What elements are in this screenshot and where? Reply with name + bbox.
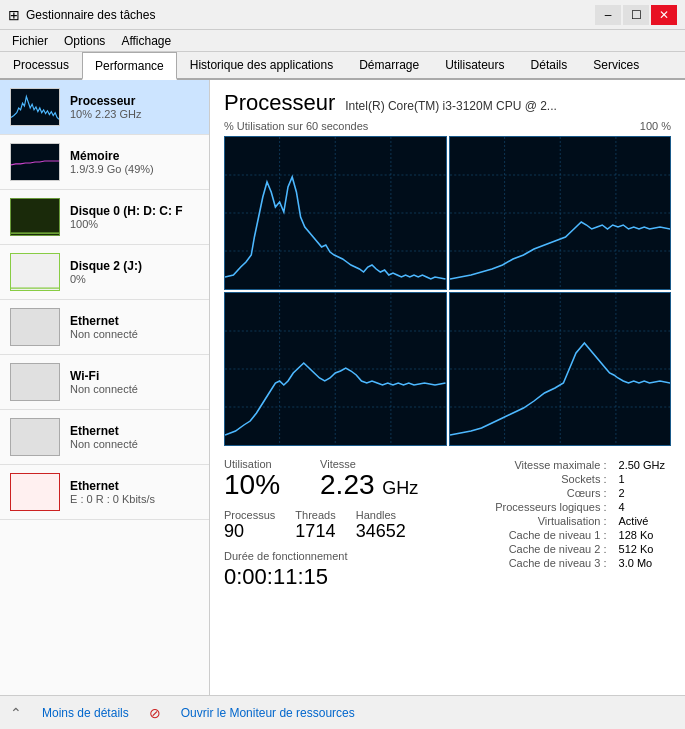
sidebar-item-disk2[interactable]: Disque 2 (J:) 0%: [0, 245, 209, 300]
stat-processus: Processus 90: [224, 509, 275, 542]
eth1-sidebar-text: Ethernet Non connecté: [70, 314, 138, 340]
stat-vitesse-max-label: Vitesse maximale :: [489, 458, 612, 472]
title-bar-left: ⊞ Gestionnaire des tâches: [8, 7, 155, 23]
disk2-subtitle: 0%: [70, 273, 142, 285]
threads-label: Threads: [295, 509, 335, 521]
utilisation-value: 10%: [224, 470, 280, 501]
tab-details[interactable]: Détails: [518, 52, 581, 78]
title-bar: ⊞ Gestionnaire des tâches – ☐ ✕: [0, 0, 685, 30]
charts-label-right: 100 %: [640, 120, 671, 132]
table-row: Virtualisation : Activé: [489, 514, 671, 528]
disk0-title: Disque 0 (H: D: C: F: [70, 204, 183, 218]
stat-sockets-value: 1: [613, 472, 671, 486]
table-row: Vitesse maximale : 2.50 GHz: [489, 458, 671, 472]
table-row: Processeurs logiques : 4: [489, 500, 671, 514]
stat-cache3-value: 3.0 Mo: [613, 556, 671, 570]
sidebar-item-eth1[interactable]: Ethernet Non connecté: [0, 300, 209, 355]
disk0-sidebar-text: Disque 0 (H: D: C: F 100%: [70, 204, 183, 230]
stat-cache3-label: Cache de niveau 3 :: [489, 556, 612, 570]
minimize-button[interactable]: –: [595, 5, 621, 25]
stat-virtual-label: Virtualisation :: [489, 514, 612, 528]
tab-demarrage[interactable]: Démarrage: [346, 52, 432, 78]
wifi-mini-chart: [10, 363, 60, 401]
vitesse-number: 2.23: [320, 469, 375, 500]
eth3-mini-chart: [10, 473, 60, 511]
footer: ⌃ Moins de détails ⊘ Ouvrir le Moniteur …: [0, 695, 685, 729]
stat-cache1-value: 128 Ko: [613, 528, 671, 542]
detail-subtitle: Intel(R) Core(TM) i3-3120M CPU @ 2...: [345, 99, 557, 113]
sidebar-item-cpu[interactable]: Processeur 10% 2.23 GHz: [0, 80, 209, 135]
tab-historique[interactable]: Historique des applications: [177, 52, 346, 78]
stat-proc-log-label: Processeurs logiques :: [489, 500, 612, 514]
tab-performance[interactable]: Performance: [82, 52, 177, 80]
main-content: Processeur 10% 2.23 GHz Mémoire 1.9/3.9 …: [0, 80, 685, 695]
stat-cache1-label: Cache de niveau 1 :: [489, 528, 612, 542]
detail-title: Processeur: [224, 90, 335, 116]
menu-fichier[interactable]: Fichier: [4, 32, 56, 50]
cpu-mini-chart: [10, 88, 60, 126]
charts-label-left: % Utilisation sur 60 secondes: [224, 120, 368, 132]
cpu-subtitle: 10% 2.23 GHz: [70, 108, 142, 120]
right-stats-table: Vitesse maximale : 2.50 GHz Sockets : 1 …: [489, 458, 671, 570]
eth2-mini-chart: [10, 418, 60, 456]
sidebar-item-wifi[interactable]: Wi-Fi Non connecté: [0, 355, 209, 410]
uptime-value: 0:00:11:15: [224, 564, 479, 590]
eth1-subtitle: Non connecté: [70, 328, 138, 340]
wifi-sidebar-text: Wi-Fi Non connecté: [70, 369, 138, 395]
stats-left: Utilisation 10% Vitesse 2.23 GHz Process…: [224, 458, 479, 590]
eth1-title: Ethernet: [70, 314, 138, 328]
stats-row-1: Utilisation 10% Vitesse 2.23 GHz: [224, 458, 479, 501]
sidebar-item-disk0[interactable]: Disque 0 (H: D: C: F 100%: [0, 190, 209, 245]
tab-utilisateurs[interactable]: Utilisateurs: [432, 52, 517, 78]
stat-coeurs-value: 2: [613, 486, 671, 500]
tab-services[interactable]: Services: [580, 52, 652, 78]
menu-options[interactable]: Options: [56, 32, 113, 50]
processus-value: 90: [224, 521, 275, 542]
app-icon: ⊞: [8, 7, 20, 23]
vitesse-unit: GHz: [382, 478, 418, 498]
mem-mini-chart: [10, 143, 60, 181]
sidebar-item-memory[interactable]: Mémoire 1.9/3.9 Go (49%): [0, 135, 209, 190]
sidebar-item-eth3[interactable]: Ethernet E : 0 R : 0 Kbits/s: [0, 465, 209, 520]
wifi-title: Wi-Fi: [70, 369, 138, 383]
tab-bar: Processus Performance Historique des app…: [0, 52, 685, 80]
stat-cache2-value: 512 Ko: [613, 542, 671, 556]
stats-right: Vitesse maximale : 2.50 GHz Sockets : 1 …: [489, 458, 671, 590]
stat-virtual-value: Activé: [613, 514, 671, 528]
disk0-subtitle: 100%: [70, 218, 183, 230]
chart-top-right: [449, 136, 672, 290]
mem-title: Mémoire: [70, 149, 154, 163]
mem-sidebar-text: Mémoire 1.9/3.9 Go (49%): [70, 149, 154, 175]
app-title: Gestionnaire des tâches: [26, 8, 155, 22]
stats-section: Utilisation 10% Vitesse 2.23 GHz Process…: [224, 458, 671, 590]
detail-panel: Processeur Intel(R) Core(TM) i3-3120M CP…: [210, 80, 685, 695]
table-row: Sockets : 1: [489, 472, 671, 486]
charts-grid: [224, 136, 671, 446]
menu-affichage[interactable]: Affichage: [113, 32, 179, 50]
disk2-mini-chart: [10, 253, 60, 291]
less-details-icon: ⌃: [10, 705, 22, 721]
uptime-label: Durée de fonctionnement: [224, 550, 479, 562]
vitesse-value: 2.23 GHz: [320, 470, 418, 501]
close-button[interactable]: ✕: [651, 5, 677, 25]
eth2-title: Ethernet: [70, 424, 138, 438]
tab-processus[interactable]: Processus: [0, 52, 82, 78]
sidebar-item-eth2[interactable]: Ethernet Non connecté: [0, 410, 209, 465]
less-details-link[interactable]: Moins de détails: [42, 706, 129, 720]
chart-bottom-left: [224, 292, 447, 446]
cpu-title: Processeur: [70, 94, 142, 108]
stat-vitesse: Vitesse 2.23 GHz: [320, 458, 418, 501]
sidebar: Processeur 10% 2.23 GHz Mémoire 1.9/3.9 …: [0, 80, 210, 695]
disk2-title: Disque 2 (J:): [70, 259, 142, 273]
maximize-button[interactable]: ☐: [623, 5, 649, 25]
resource-monitor-link[interactable]: Ouvrir le Moniteur de ressources: [181, 706, 355, 720]
cpu-sidebar-text: Processeur 10% 2.23 GHz: [70, 94, 142, 120]
uptime-section: Durée de fonctionnement 0:00:11:15: [224, 550, 479, 590]
eth3-subtitle: E : 0 R : 0 Kbits/s: [70, 493, 155, 505]
stat-threads: Threads 1714: [295, 509, 335, 542]
stat-sockets-label: Sockets :: [489, 472, 612, 486]
table-row: Cache de niveau 3 : 3.0 Mo: [489, 556, 671, 570]
detail-header: Processeur Intel(R) Core(TM) i3-3120M CP…: [224, 90, 671, 116]
threads-value: 1714: [295, 521, 335, 542]
chart-top-left: [224, 136, 447, 290]
